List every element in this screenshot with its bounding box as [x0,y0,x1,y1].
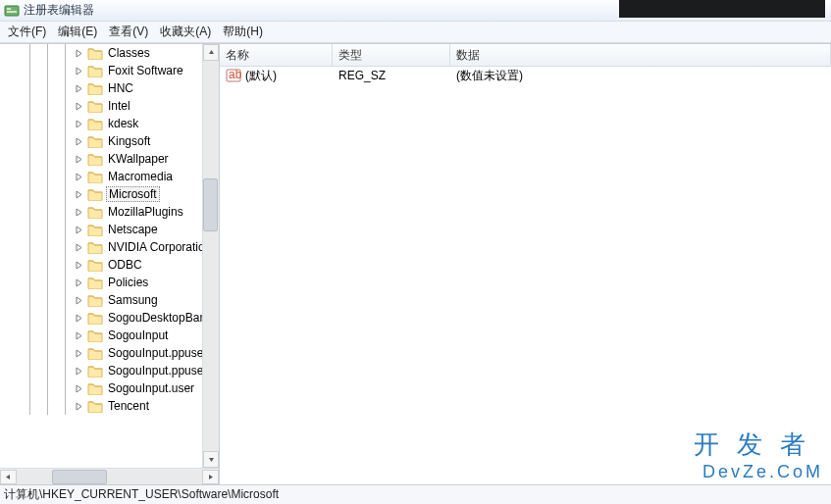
app-icon [4,3,20,19]
tree-item-label: Foxit Software [106,64,185,77]
expand-icon[interactable] [75,261,83,270]
folder-icon [87,328,103,342]
tree-item-label: ODBC [106,258,144,272]
folder-icon [87,81,103,95]
tree-scroll-viewport[interactable]: ClassesFoxit SoftwareHNCIntelkdeskKingso… [0,44,219,468]
tree-item[interactable]: SogouDesktopBar [0,309,219,327]
menu-view[interactable]: 查看(V) [103,22,154,42]
expand-icon[interactable] [75,49,83,58]
tree-item[interactable]: HNC [0,79,219,97]
menu-file[interactable]: 文件(F) [2,22,52,42]
expand-icon[interactable] [75,296,83,305]
list-pane: 名称 类型 数据 (默认)REG_SZ(数值未设置) [220,44,831,484]
folder-icon [87,293,103,307]
tree-item-label: HNC [106,81,135,95]
menu-help[interactable]: 帮助(H) [217,22,269,42]
value-type: REG_SZ [338,69,386,82]
expand-icon[interactable] [75,278,83,287]
tree-item[interactable]: Intel [0,97,219,115]
column-data[interactable]: 数据 [450,44,831,66]
scroll-right-button[interactable] [202,470,219,484]
scroll-track[interactable] [203,61,219,451]
folder-icon [87,381,103,395]
folder-icon [87,117,103,130]
tree-item-label: Netscape [106,223,160,236]
folder-icon [87,187,103,201]
scroll-track[interactable] [17,470,202,484]
scroll-left-button[interactable] [0,470,17,484]
scroll-up-button[interactable] [203,44,219,61]
value-name: (默认) [245,68,277,84]
tree-item-label: SogouInput [106,328,170,342]
column-name[interactable]: 名称 [220,44,333,66]
expand-icon[interactable] [75,402,83,411]
tree-item[interactable]: ODBC [0,256,219,274]
expand-icon[interactable] [75,190,83,199]
folder-icon [87,364,103,378]
tree-item[interactable]: SogouInput.ppuser [0,362,219,379]
string-value-icon [226,68,241,83]
expand-icon[interactable] [75,102,83,111]
tree-item[interactable]: MozillaPlugins [0,203,219,221]
tree-item-label: Macromedia [106,170,175,183]
redacted-area [619,0,825,18]
tree-item[interactable]: SogouInput.ppuser [0,344,219,362]
tree-item[interactable]: Tencent [0,397,219,415]
tree-item[interactable]: Macromedia [0,168,219,185]
expand-icon[interactable] [75,349,83,358]
menu-edit[interactable]: 编辑(E) [52,22,103,42]
tree-item-label: SogouInput.ppuser [106,364,209,378]
column-type[interactable]: 类型 [333,44,450,66]
tree-item-label: NVIDIA Corporation [106,240,213,254]
window-title: 注册表编辑器 [24,2,94,19]
expand-icon[interactable] [75,137,83,146]
tree-item-label: Microsoft [106,186,160,202]
expand-icon[interactable] [75,67,83,76]
scroll-thumb[interactable] [52,470,107,484]
folder-icon [87,240,103,254]
expand-icon[interactable] [75,155,83,164]
tree-item-label: Policies [106,276,150,289]
tree-item[interactable]: Kingsoft [0,132,219,150]
expand-icon[interactable] [75,384,83,393]
tree-horizontal-scrollbar[interactable] [0,468,219,484]
tree-item[interactable]: NVIDIA Corporation [0,238,219,256]
value-list[interactable]: (默认)REG_SZ(数值未设置) [220,67,831,484]
value-row[interactable]: (默认)REG_SZ(数值未设置) [220,67,831,84]
svg-rect-2 [7,11,17,13]
tree-item[interactable]: Samsung [0,291,219,309]
tree-item[interactable]: Classes [0,44,219,62]
tree-item-label: SogouInput.user [106,381,196,395]
scroll-down-button[interactable] [203,451,219,468]
folder-icon [87,170,103,183]
tree-item[interactable]: Netscape [0,221,219,238]
svg-rect-1 [7,8,11,10]
tree-vertical-scrollbar[interactable] [202,44,219,468]
tree-item[interactable]: SogouInput.user [0,379,219,397]
tree-item[interactable]: KWallpaper [0,150,219,168]
value-data: (数值未设置) [456,68,523,84]
tree-item-label: Intel [106,99,132,113]
title-bar: 注册表编辑器 [0,0,831,22]
expand-icon[interactable] [75,314,83,323]
expand-icon[interactable] [75,331,83,340]
tree-item-label: Classes [106,46,152,60]
expand-icon[interactable] [75,367,83,376]
tree-item[interactable]: Microsoft [0,185,219,203]
tree-item[interactable]: SogouInput [0,327,219,344]
expand-icon[interactable] [75,84,83,93]
expand-icon[interactable] [75,243,83,252]
scroll-thumb[interactable] [203,178,218,231]
column-headers: 名称 类型 数据 [220,44,831,67]
expand-icon[interactable] [75,208,83,217]
expand-icon[interactable] [75,120,83,128]
expand-icon[interactable] [75,173,83,181]
menu-favorites[interactable]: 收藏夹(A) [154,22,217,42]
tree-item[interactable]: Foxit Software [0,62,219,79]
tree-item[interactable]: Policies [0,274,219,291]
tree-item[interactable]: kdesk [0,115,219,132]
folder-icon [87,311,103,325]
expand-icon[interactable] [75,226,83,234]
tree-item-label: Tencent [106,399,151,413]
folder-icon [87,46,103,60]
